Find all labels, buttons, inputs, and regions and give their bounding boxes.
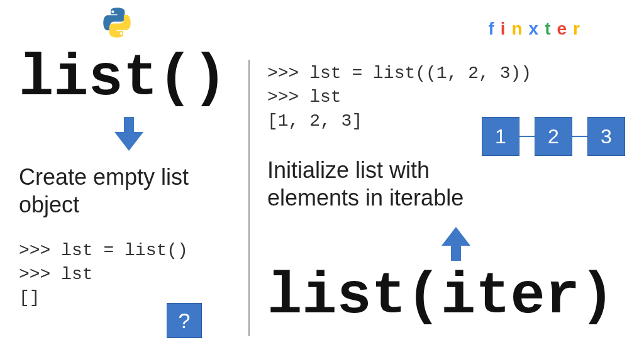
logo-letter: f	[488, 19, 500, 38]
node-link	[572, 136, 587, 137]
heading-right: list(iter)	[267, 268, 626, 326]
node-item: 3	[587, 117, 625, 156]
arrow-up-icon	[440, 227, 626, 263]
logo-letter: t	[545, 19, 557, 38]
logo-letter: e	[557, 19, 574, 38]
logo-letter: n	[512, 19, 529, 38]
node-item: 1	[482, 117, 519, 156]
caption-left: Create empty list object	[19, 163, 236, 219]
logo-letter: i	[501, 19, 512, 38]
python-logo-icon	[101, 6, 133, 41]
logo-letter: r	[573, 19, 586, 38]
slide: list() Create empty list object >>> lst …	[0, 0, 644, 362]
node-link	[519, 136, 535, 137]
arrow-down-icon	[113, 117, 236, 153]
heading-left: list()	[19, 50, 236, 108]
left-panel: list() Create empty list object >>> lst …	[0, 0, 248, 362]
question-box: ?	[167, 303, 202, 338]
code-block-left: >>> lst = list() >>> lst []	[19, 239, 236, 310]
caption-right: Initialize list with elements in iterabl…	[267, 156, 626, 212]
node-list: 1 2 3	[482, 117, 625, 156]
right-panel: finxter >>> lst = list((1, 2, 3)) >>> ls…	[250, 0, 644, 362]
node-item: 2	[535, 117, 572, 156]
logo-letter: x	[529, 19, 545, 38]
finxter-logo: finxter	[488, 19, 586, 39]
